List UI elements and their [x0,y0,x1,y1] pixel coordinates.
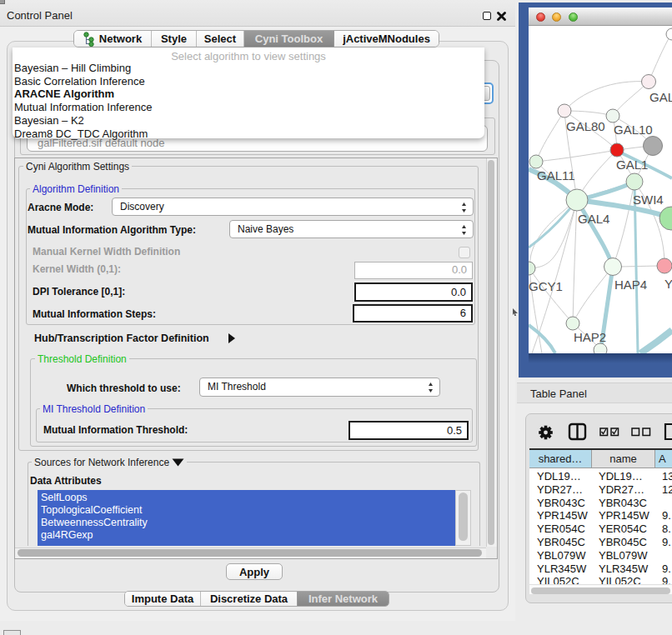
svg-text:HAP2: HAP2 [574,330,606,344]
svg-text:GCY1: GCY1 [529,279,563,293]
svg-text:GAL80: GAL80 [566,119,605,133]
svg-text:YD: YD [664,277,672,291]
svg-text:GAL2: GAL2 [649,90,672,104]
svg-text:GAL1: GAL1 [616,158,648,172]
svg-text:GAL11: GAL11 [537,168,575,182]
svg-text:GAL4: GAL4 [578,212,609,226]
svg-text:HAP4: HAP4 [614,278,647,292]
svg-text:SWI4: SWI4 [633,192,664,207]
svg-text:GAL10: GAL10 [614,122,653,137]
